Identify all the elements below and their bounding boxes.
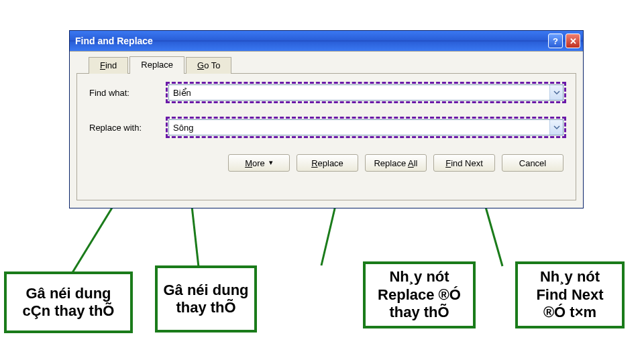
replace-rest: eplace	[318, 158, 343, 168]
replace-with-input[interactable]	[168, 119, 564, 135]
find-what-dropdown[interactable]	[549, 85, 563, 100]
more-button[interactable]: More ▾	[228, 154, 290, 172]
cancel-label: Cancel	[519, 158, 546, 168]
find-next-button[interactable]: Find Next	[433, 154, 495, 172]
annotation-box-4: Nh¸y nót Find Next ®Ó t×m	[515, 261, 625, 328]
button-row: More ▾ Replace Replace All Find Next Can…	[89, 154, 564, 172]
dialog-body: Find Replace Go To Find what:	[70, 51, 583, 208]
find-what-input[interactable]	[168, 84, 564, 101]
replace-with-combo	[168, 119, 564, 135]
tab-find[interactable]: Find	[89, 57, 128, 74]
help-button[interactable]: ?	[548, 34, 563, 48]
replace-with-row: Replace with:	[89, 119, 564, 135]
tab-replace-label: Replace	[141, 60, 173, 70]
tab-find-rest: ind	[105, 60, 117, 70]
chevron-down-icon	[553, 89, 560, 96]
find-replace-dialog: Find and Replace ? ✕ Find Replace Go To …	[69, 30, 584, 208]
chevron-down-icon	[553, 124, 560, 131]
replace-all-button[interactable]: Replace All	[365, 154, 427, 172]
replaceall-post: ll	[414, 158, 418, 168]
dialog-title: Find and Replace	[75, 36, 545, 46]
close-button[interactable]: ✕	[566, 34, 580, 48]
tab-goto-rest: o To	[204, 60, 220, 70]
find-what-combo	[168, 84, 564, 101]
annotation-box-2: Gâ néi dung thay thÕ	[155, 265, 257, 333]
find-what-label: Find what:	[89, 88, 168, 98]
cancel-button[interactable]: Cancel	[502, 154, 564, 172]
replaceall-pre: Replace	[374, 158, 408, 168]
findnext-rest: ind Next	[451, 158, 483, 168]
annotation-box-3: Nh¸y nót Replace ®Ó thay thÕ	[363, 261, 476, 328]
replace-with-label: Replace with:	[89, 123, 168, 133]
tab-panel: Find what: Replace with:	[76, 73, 576, 200]
replace-with-dropdown[interactable]	[549, 120, 563, 135]
annotation-box-1: Gâ néi dung cÇn thay thÕ	[4, 272, 133, 333]
tabstrip: Find Replace Go To	[89, 56, 576, 73]
replace-button[interactable]: Replace	[297, 154, 358, 172]
titlebar: Find and Replace ? ✕	[70, 31, 583, 51]
more-rest: ore	[252, 158, 265, 168]
tab-replace[interactable]: Replace	[129, 56, 184, 74]
close-icon: ✕	[570, 36, 577, 46]
more-caret-icon: ▾	[269, 158, 273, 167]
tab-goto[interactable]: Go To	[186, 57, 231, 74]
find-what-row: Find what:	[89, 84, 564, 101]
